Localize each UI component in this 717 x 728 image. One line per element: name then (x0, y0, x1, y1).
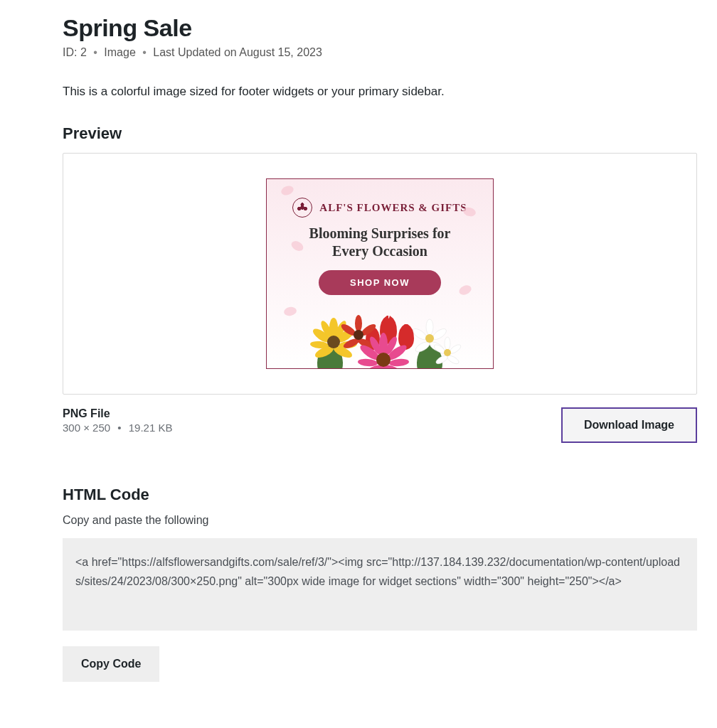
svg-point-23 (327, 336, 340, 348)
svg-point-8 (445, 337, 450, 350)
file-type-label: PNG File (63, 407, 172, 420)
ad-brand-name: ALF'S FLOWERS & GIFTS (319, 202, 467, 214)
ad-brand: ALF'S FLOWERS & GIFTS (267, 198, 493, 218)
type-label: Image (104, 46, 135, 58)
ad-image: ALF'S FLOWERS & GIFTS Blooming Surprises… (266, 178, 494, 369)
copy-code-button[interactable]: Copy Code (63, 646, 159, 682)
page-title: Spring Sale (63, 14, 697, 42)
flowers-illustration (287, 296, 472, 369)
page-meta: ID: 2 • Image • Last Updated on August 1… (63, 46, 697, 59)
svg-point-2 (426, 319, 433, 335)
id-label: ID: 2 (63, 46, 87, 58)
html-code-heading: HTML Code (63, 486, 697, 504)
separator-dot: • (142, 46, 147, 58)
ad-shop-now-button: SHOP NOW (319, 270, 441, 295)
file-info: PNG File 300 × 250 • 19.21 KB (63, 407, 172, 434)
file-dimensions: 300 × 250 (63, 422, 110, 434)
description-text: This is a colorful image sized for foote… (63, 85, 697, 99)
separator-dot: • (93, 46, 97, 58)
html-code-subheading: Copy and paste the following (63, 514, 697, 527)
flower-icon (292, 198, 312, 218)
svg-point-29 (354, 330, 363, 340)
svg-point-7 (425, 334, 434, 343)
separator-dot: • (117, 422, 121, 434)
updated-label: Last Updated on August 15, 2023 (153, 46, 322, 58)
svg-point-39 (376, 353, 391, 367)
file-size: 19.21 KB (129, 422, 173, 434)
html-code-box[interactable]: <a href="https://alfsflowersandgifts.com… (63, 538, 697, 631)
preview-box: ALF'S FLOWERS & GIFTS Blooming Surprises… (63, 153, 697, 395)
svg-point-24 (355, 315, 362, 332)
svg-point-13 (444, 349, 451, 356)
preview-heading: Preview (63, 124, 697, 143)
download-image-button[interactable]: Download Image (561, 407, 697, 443)
file-meta: 300 × 250 • 19.21 KB (63, 422, 172, 434)
